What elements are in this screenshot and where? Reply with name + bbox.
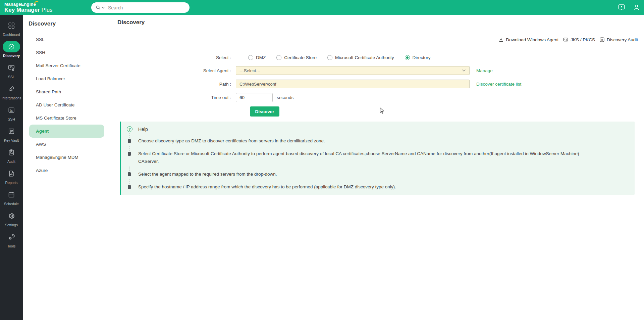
svg-text:@: @: [601, 38, 603, 41]
integrations-plug-icon: [3, 83, 20, 95]
radio-circle-certificate-store: [276, 55, 281, 60]
sidebar-item-ssl[interactable]: SSL: [0, 62, 23, 79]
discovery-audit-label: Discovery Audit: [607, 37, 638, 42]
discovery-compass-icon: [3, 41, 20, 52]
reports-document-icon: [3, 168, 20, 179]
help-connector: [129, 179, 129, 184]
help-bullet-icon: [128, 185, 131, 189]
radio-directory[interactable]: Directory: [405, 55, 431, 60]
help-title: Help: [138, 127, 148, 132]
discover-certificate-list-link[interactable]: Discover certificate list: [476, 82, 521, 87]
tools-icon: [3, 231, 20, 243]
timeout-label: Time out :: [111, 95, 236, 100]
submenu-list: SSL SSH Mail Server Certificate Load Bal…: [23, 33, 111, 177]
sidebar-item-label: Schedule: [4, 202, 19, 206]
ssh-terminal-icon: SSH: [3, 104, 20, 116]
sidebar-item-key-vault[interactable]: Key Vault: [0, 126, 23, 142]
sidebar-item-label: Audit: [7, 159, 15, 164]
main-header: Discovery: [111, 15, 644, 30]
brand-logo[interactable]: ManageEngine Key Manager Plus: [4, 1, 53, 13]
submenu-item-aws[interactable]: AWS: [29, 138, 104, 151]
help-connector: [129, 146, 129, 151]
sidebar-item-tools[interactable]: Tools: [0, 231, 23, 248]
page-title: Discovery: [117, 19, 145, 26]
select-agent-value: ---Select---: [239, 68, 260, 73]
discovery-submenu-panel: Discovery SSL SSH Mail Server Certificat…: [23, 15, 111, 320]
jks-pkcs-link[interactable]: JKS / PKCS: [563, 37, 595, 42]
help-item: Select Certificate Store or Microsoft Ce…: [127, 150, 595, 165]
search-input[interactable]: [108, 5, 185, 10]
radio-circle-mca: [327, 55, 332, 60]
discover-button[interactable]: Discover: [250, 106, 279, 117]
top-header-bar: ManageEngine Key Manager Plus: [0, 0, 644, 15]
timeout-unit: seconds: [277, 95, 293, 100]
help-question-icon: ?: [127, 126, 132, 132]
discovery-type-radio-group: DMZ Certificate Store Microsoft Certific…: [248, 55, 431, 60]
help-item-text: Select Certificate Store or Microsoft Ce…: [138, 151, 579, 164]
help-panel: ? Help Choose discovery type as DMZ to d…: [120, 122, 635, 195]
help-item: Choose discovery type as DMZ to discover…: [127, 137, 595, 145]
radio-dmz[interactable]: DMZ: [248, 55, 266, 60]
sidebar-item-integrations[interactable]: Intergrations: [0, 83, 23, 100]
help-connector: [129, 133, 129, 138]
schedule-calendar-icon: [3, 189, 20, 200]
sidebar-item-discovery[interactable]: Discovery: [0, 41, 23, 58]
select-agent-dropdown[interactable]: ---Select---: [236, 66, 470, 75]
app-window: ManageEngine Key Manager Plus: [0, 0, 644, 320]
toolbar-links: Download Windows Agent JKS / PKCS @ Disc…: [498, 37, 638, 42]
sidebar-item-audit[interactable]: Audit: [0, 147, 23, 164]
help-item-text: Specify the hostname / IP address range …: [138, 184, 396, 189]
select-agent-label: Select Agent :: [111, 68, 236, 73]
primary-sidebar: Dashboard Discovery SSL Intergrations SS…: [0, 15, 23, 320]
sidebar-item-label: SSH: [8, 117, 15, 121]
submenu-item-ssh[interactable]: SSH: [29, 46, 104, 59]
search-icon[interactable]: [95, 5, 105, 11]
user-account-icon[interactable]: [629, 0, 644, 15]
submenu-item-mail-server-certificate[interactable]: Mail Server Certificate: [29, 59, 104, 72]
audit-clipboard-icon: [3, 147, 20, 158]
download-windows-agent-link[interactable]: Download Windows Agent: [498, 37, 558, 42]
sidebar-item-dashboard[interactable]: Dashboard: [0, 20, 23, 37]
sidebar-item-ssh[interactable]: SSH SSH: [0, 104, 23, 121]
global-search: [91, 2, 190, 13]
submenu-item-load-balancer[interactable]: Load Balancer: [29, 72, 104, 85]
main-content: Discovery Download Windows Agent JKS / P…: [111, 15, 644, 320]
submenu-item-ms-certificate-store[interactable]: MS Certificate Store: [29, 111, 104, 125]
radio-microsoft-certificate-authority[interactable]: Microsoft Certificate Authority: [327, 55, 394, 60]
timeout-input[interactable]: [236, 93, 273, 102]
sidebar-item-label: Reports: [5, 181, 18, 185]
help-item: Specify the hostname / IP address range …: [127, 183, 595, 191]
jks-pkcs-label: JKS / PKCS: [571, 37, 595, 42]
sidebar-item-label: Key Vault: [4, 138, 19, 142]
help-bullet-icon: [128, 152, 131, 156]
brand-product-name: Key Manager Plus: [4, 7, 53, 13]
download-icon: [498, 37, 504, 42]
help-connector: [129, 167, 129, 171]
sidebar-item-label: Tools: [7, 244, 16, 248]
audit-at-icon: @: [599, 37, 605, 42]
svg-text:SSH: SSH: [10, 110, 13, 112]
sidebar-item-settings[interactable]: Settings: [0, 210, 23, 227]
radio-circle-dmz: [248, 55, 253, 60]
select-type-row: Select : DMZ Certificate Store Microsoft…: [111, 55, 431, 60]
submenu-item-ad-user-certificate[interactable]: AD User Certificate: [29, 98, 104, 111]
discovery-audit-link[interactable]: @ Discovery Audit: [599, 37, 638, 42]
submenu-item-shared-path[interactable]: Shared Path: [29, 85, 104, 98]
sidebar-item-schedule[interactable]: Schedule: [0, 189, 23, 206]
sidebar-item-label: Intergrations: [2, 96, 21, 100]
radio-label-certificate-store: Certificate Store: [284, 55, 317, 60]
help-bullet-icon: [128, 139, 131, 143]
manage-link[interactable]: Manage: [476, 68, 493, 73]
submenu-item-azure[interactable]: Azure: [29, 164, 104, 177]
submenu-item-agent[interactable]: Agent: [29, 125, 104, 138]
select-label: Select :: [111, 55, 236, 60]
help-header: ? Help: [127, 126, 628, 132]
path-input[interactable]: [236, 80, 470, 88]
sidebar-item-reports[interactable]: Reports: [0, 168, 23, 185]
submenu-item-ssl[interactable]: SSL: [29, 33, 104, 46]
radio-certificate-store[interactable]: Certificate Store: [276, 55, 317, 60]
path-row: Path : Discover certificate list: [111, 80, 521, 88]
feedback-user-icon[interactable]: [614, 0, 629, 15]
logo-swoosh-icon: [34, 1, 39, 4]
submenu-item-manageengine-mdm[interactable]: ManageEngine MDM: [29, 151, 104, 164]
